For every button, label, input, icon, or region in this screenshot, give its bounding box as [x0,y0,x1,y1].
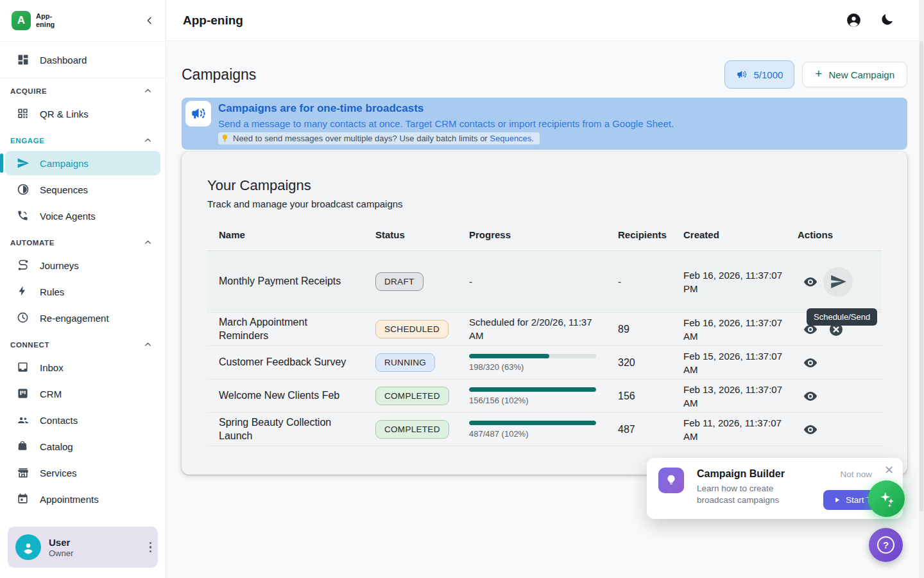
logo-letter: A [17,14,25,27]
scrollbar-thumb[interactable] [920,41,923,511]
table-row[interactable]: March Appointment Reminders SCHEDULED Sc… [207,313,882,346]
card-title: Your Campaigns [207,177,882,194]
play-icon [834,496,841,504]
page-content: Campaigns 5/1000 + New Campaign [166,41,924,475]
sidebar-item-dashboard[interactable]: Dashboard [5,46,160,74]
sidebar-item-re-engagement[interactable]: Re-engagement [5,306,160,330]
not-now-button[interactable]: Not now [840,469,872,479]
view-campaign-button[interactable] [798,350,823,376]
table-row[interactable]: Spring Beauty Collection Launch COMPLETE… [207,413,882,446]
help-fab[interactable]: ? [869,528,903,562]
sidebar-item-inbox[interactable]: Inbox [5,355,160,380]
sidebar-item-crm[interactable]: CRM [5,381,160,406]
page-scrollbar[interactable] [919,0,924,578]
progress-value: Scheduled for 2/20/26, 11:37 AM [469,316,618,342]
progress-bar [469,354,596,358]
table-row[interactable]: Monthly Payment Receipts DRAFT - - Feb 1… [207,251,882,313]
kanban-board-icon [17,387,30,400]
user-avatar [15,534,41,560]
app-logo-text: App-ening [36,12,65,28]
progress-bar [469,387,596,392]
sidebar-item-label: Inbox [40,362,64,373]
sidebar-item-label: Dashboard [40,55,87,66]
table-row[interactable]: Welcome New Clients Feb COMPLETED 156/15… [207,380,882,413]
dark-mode-moon-icon[interactable] [880,12,896,28]
sidebar-item-label: Catalog [40,441,73,452]
col-header-created: Created [683,229,798,240]
view-campaign-button[interactable] [798,269,823,295]
app-logo: A [12,11,31,30]
banner-subtitle: Send a message to many contacts at once.… [218,118,674,129]
sidebar-item-voice-agents[interactable]: Voice Agents [5,204,160,228]
sequences-link[interactable]: Sequences [490,134,531,143]
chevron-up-icon [143,136,153,145]
account-icon[interactable] [846,12,862,28]
created-date: Feb 16, 2026, 11:37:07 PM [683,268,798,295]
campaign-quota-badge[interactable]: 5/1000 [724,60,794,89]
sidebar-item-catalog[interactable]: Catalog [5,434,160,459]
sidebar: A App-ening Dashboard ACQUIRE [0,0,166,578]
logo-row: A App-ening [0,0,166,41]
col-header-actions: Actions [798,229,876,240]
eye-icon [803,389,818,404]
quota-value: 5/1000 [753,69,783,80]
info-banner: Campaigns are for one-time broadcasts Se… [182,98,907,150]
schedule-send-tooltip: Schedule/Send [807,308,877,326]
sidebar-item-qr-links[interactable]: QR & Links [5,101,160,126]
route-icon [17,259,30,272]
view-campaign-button[interactable] [798,383,823,409]
clock-icon [17,311,30,324]
sidebar-item-label: QR & Links [40,109,89,119]
banner-tip: Need to send messages over multiple days… [218,132,540,144]
sidebar-item-journeys[interactable]: Journeys [5,253,160,277]
status-badge: COMPLETED [375,420,449,439]
col-header-recipients: Recipients [618,229,683,240]
sidebar-item-appointments[interactable]: Appointments [5,487,160,511]
section-label: AUTOMATE [10,239,55,247]
topbar-title: App-ening [183,13,243,28]
campaign-name: March Appointment Reminders [219,316,375,343]
status-badge: SCHEDULED [375,320,449,338]
col-header-name: Name [219,229,375,240]
progress-value: 156/156 (102%) [469,396,596,405]
sidebar-item-sequences[interactable]: Sequences [5,177,160,202]
sidebar-item-label: Rules [40,286,64,297]
recipients-value: 89 [618,324,683,335]
user-card[interactable]: User Owner [8,527,158,568]
close-icon[interactable]: ✕ [884,464,894,476]
page-title: Campaigns [182,66,256,83]
campaign-builder-popup: Campaign Builder Learn how to create bro… [647,458,903,519]
qr-code-icon [17,107,30,120]
sidebar-item-contacts[interactable]: Contacts [5,408,160,432]
view-campaign-button[interactable] [798,417,823,442]
table-header-row: Name Status Progress Recipients Created … [207,219,882,251]
section-connect[interactable]: CONNECT [0,332,166,353]
question-mark-icon: ? [877,536,894,554]
user-menu-kebab-icon[interactable] [150,542,152,553]
sidebar-item-rules[interactable]: Rules [5,279,160,304]
card-subtitle: Track and manage your broadcast campaign… [207,198,882,209]
sidebar-item-label: Contacts [40,415,78,426]
created-date: Feb 16, 2026, 11:37:07 AM [683,316,798,343]
dashboard-icon [17,53,30,66]
send-campaign-button[interactable] [823,267,853,297]
lightbulb-icon [658,468,684,493]
storefront-icon [17,466,30,479]
new-campaign-label: New Campaign [828,69,894,80]
section-engage[interactable]: ENGAGE [0,128,166,149]
sidebar-collapse-button[interactable] [144,15,155,26]
lightning-bolt-icon [17,285,30,298]
table-row[interactable]: Customer Feedback Survey RUNNING 198/320… [207,346,882,380]
chevron-up-icon [143,340,153,349]
chevron-up-icon [143,86,153,96]
megaphone-icon [185,101,211,127]
sparkles-icon [877,489,896,509]
sidebar-item-services[interactable]: Services [5,460,160,485]
section-automate[interactable]: AUTOMATE [0,230,166,251]
new-campaign-button[interactable]: + New Campaign [802,62,907,87]
section-label: ACQUIRE [10,87,47,95]
sidebar-item-campaigns[interactable]: Campaigns [5,151,160,175]
chevron-up-icon [143,238,153,247]
ai-assistant-fab[interactable] [868,480,905,517]
section-acquire[interactable]: ACQUIRE [0,78,166,100]
